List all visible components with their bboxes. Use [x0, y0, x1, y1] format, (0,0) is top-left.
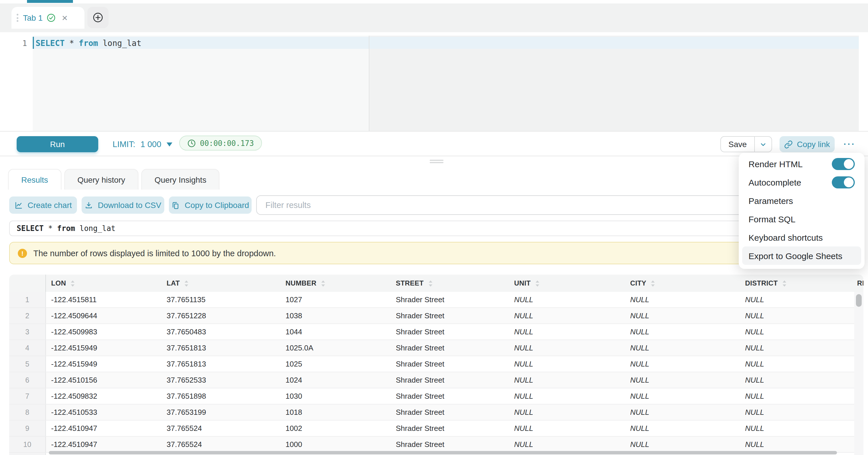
cell-unit[interactable]: NULL — [509, 292, 625, 307]
toggle-render-html[interactable] — [832, 158, 855, 170]
toggle-autocomplete[interactable] — [832, 176, 855, 188]
cell-lon[interactable]: -122.4510947 — [46, 421, 161, 436]
cell-district[interactable]: NULL — [740, 324, 852, 339]
cell-lat[interactable]: 37.7651813 — [161, 340, 280, 356]
tab-1[interactable]: Tab 1 ✕ — [11, 7, 85, 29]
cell-city[interactable]: NULL — [625, 421, 740, 436]
cell-lon[interactable]: -122.4515949 — [46, 340, 161, 356]
sql-editor[interactable]: 1 SELECT*fromlong_lat — [0, 32, 868, 131]
column-header-district[interactable]: DISTRICT — [740, 275, 852, 292]
copy-clipboard-button[interactable]: Copy to Clipboard — [169, 196, 252, 214]
cell-district[interactable]: NULL — [740, 372, 852, 388]
cell-lon[interactable]: -122.4510533 — [46, 404, 161, 420]
cell-number[interactable]: 1030 — [280, 388, 391, 404]
vertical-scrollbar-track[interactable] — [854, 292, 863, 455]
cell-lat[interactable]: 37.765524 — [161, 436, 280, 452]
close-tab-icon[interactable]: ✕ — [62, 13, 68, 22]
menu-item-keyboard-shortcuts[interactable]: Keyboard shortcuts — [742, 228, 861, 246]
cell-district[interactable]: NULL — [740, 292, 852, 307]
column-header-city[interactable]: CITY — [625, 275, 740, 292]
cell-city[interactable]: NULL — [625, 404, 740, 420]
cell-district[interactable]: NULL — [740, 340, 852, 356]
cell-number[interactable]: 1025 — [280, 356, 391, 372]
cell-city[interactable]: NULL — [625, 292, 740, 307]
cell-unit[interactable]: NULL — [509, 356, 625, 372]
sort-icon[interactable] — [535, 279, 540, 287]
sort-icon[interactable] — [782, 279, 787, 287]
cell-unit[interactable]: NULL — [509, 421, 625, 436]
cell-number[interactable]: 1000 — [280, 436, 391, 452]
pane-splitter-handle[interactable] — [430, 159, 443, 164]
sort-icon[interactable] — [650, 279, 655, 287]
cell-lat[interactable]: 37.765524 — [161, 421, 280, 436]
cell-street[interactable]: Shrader Street — [391, 340, 509, 356]
cell-city[interactable]: NULL — [625, 372, 740, 388]
cell-lon[interactable]: -122.4515811 — [46, 292, 161, 307]
cell-lon[interactable]: -122.4510156 — [46, 372, 161, 388]
cell-unit[interactable]: NULL — [509, 388, 625, 404]
cell-street[interactable]: Shrader Street — [391, 372, 509, 388]
cell-number[interactable]: 1024 — [280, 372, 391, 388]
sort-icon[interactable] — [70, 279, 75, 287]
cell-street[interactable]: Shrader Street — [391, 356, 509, 372]
cell-lat[interactable]: 37.7650483 — [161, 324, 280, 339]
cell-street[interactable]: Shrader Street — [391, 421, 509, 436]
table-row[interactable]: 7-122.450983237.76518981030Shrader Stree… — [9, 388, 863, 404]
cell-district[interactable]: NULL — [740, 388, 852, 404]
cell-unit[interactable]: NULL — [509, 308, 625, 324]
cell-lat[interactable]: 37.7651135 — [161, 292, 280, 307]
cell-street[interactable]: Shrader Street — [391, 292, 509, 307]
cell-city[interactable]: NULL — [625, 356, 740, 372]
cell-street[interactable]: Shrader Street — [391, 436, 509, 452]
cell-number[interactable]: 1044 — [280, 324, 391, 339]
cell-lon[interactable]: -122.4509832 — [46, 388, 161, 404]
sql-code-line[interactable]: SELECT*fromlong_lat — [36, 37, 141, 49]
cell-lon[interactable]: -122.4509644 — [46, 308, 161, 324]
menu-item-format-sql[interactable]: Format SQL — [742, 210, 861, 228]
table-row[interactable]: 8-122.451053337.76531991018Shrader Stree… — [9, 404, 863, 421]
menu-item-render-html[interactable]: Render HTML — [742, 155, 861, 173]
cell-city[interactable]: NULL — [625, 308, 740, 324]
download-csv-button[interactable]: Download to CSV — [82, 196, 164, 214]
save-button[interactable]: Save — [721, 140, 754, 149]
cell-street[interactable]: Shrader Street — [391, 388, 509, 404]
cell-lat[interactable]: 37.7653199 — [161, 404, 280, 420]
tab-query-insights[interactable]: Query Insights — [141, 169, 220, 189]
cell-number[interactable]: 1002 — [280, 421, 391, 436]
menu-item-export-to-google-sheets[interactable]: Export to Google Sheets — [742, 246, 861, 265]
column-header-re[interactable]: RE — [852, 275, 863, 292]
cell-unit[interactable]: NULL — [509, 404, 625, 420]
cell-lat[interactable]: 37.7651228 — [161, 308, 280, 324]
table-row[interactable]: 3-122.450998337.76504831044Shrader Stree… — [9, 324, 863, 340]
cell-city[interactable]: NULL — [625, 324, 740, 339]
add-tab-button[interactable] — [87, 7, 108, 28]
cell-district[interactable]: NULL — [740, 308, 852, 324]
create-chart-button[interactable]: Create chart — [9, 196, 77, 214]
tab-query-history[interactable]: Query history — [64, 169, 138, 189]
table-row[interactable]: 9-122.451094737.7655241002Shrader Street… — [9, 421, 863, 436]
menu-item-parameters[interactable]: Parameters — [742, 191, 861, 210]
table-row[interactable]: 1-122.451581137.76511351027Shrader Stree… — [9, 292, 863, 308]
column-header-number[interactable]: NUMBER — [280, 275, 391, 292]
cell-unit[interactable]: NULL — [509, 324, 625, 339]
cell-number[interactable]: 1018 — [280, 404, 391, 420]
table-row[interactable]: 4-122.451594937.76518131025.0AShrader St… — [9, 340, 863, 356]
tab-results[interactable]: Results — [8, 169, 61, 189]
column-header-street[interactable]: STREET — [391, 275, 509, 292]
sort-icon[interactable] — [428, 279, 433, 287]
cell-street[interactable]: Shrader Street — [391, 324, 509, 339]
column-header-unit[interactable]: UNIT — [509, 275, 625, 292]
cell-district[interactable]: NULL — [740, 436, 852, 452]
limit-dropdown[interactable]: LIMIT: 1 000 — [113, 136, 172, 152]
cell-lon[interactable]: -122.4510947 — [46, 436, 161, 452]
table-row[interactable]: 6-122.451015637.76525331024Shrader Stree… — [9, 372, 863, 388]
table-row[interactable]: 5-122.451594937.76518131025Shrader Stree… — [9, 356, 863, 372]
cell-number[interactable]: 1027 — [280, 292, 391, 307]
cell-lon[interactable]: -122.4509983 — [46, 324, 161, 339]
cell-city[interactable]: NULL — [625, 340, 740, 356]
cell-unit[interactable]: NULL — [509, 340, 625, 356]
cell-lon[interactable]: -122.4515949 — [46, 356, 161, 372]
cell-number[interactable]: 1025.0A — [280, 340, 391, 356]
cell-street[interactable]: Shrader Street — [391, 308, 509, 324]
run-button[interactable]: Run — [17, 136, 98, 152]
